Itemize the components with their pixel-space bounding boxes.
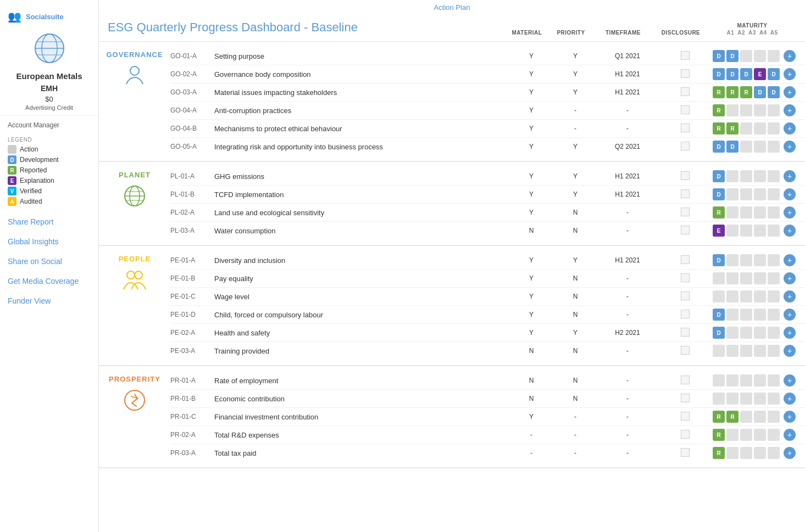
maturity-add-button[interactable]: + bbox=[784, 50, 796, 62]
disclosure-checkbox[interactable] bbox=[681, 430, 690, 439]
sidebar-item-get-media-coverage[interactable]: Get Media Coverage bbox=[0, 271, 98, 291]
maturity-badge-4 bbox=[754, 327, 766, 339]
disclosure-checkbox[interactable] bbox=[681, 292, 690, 300]
row-timeframe: H1 2021 bbox=[597, 88, 658, 96]
maturity-add-button[interactable]: + bbox=[784, 345, 796, 357]
disclosure-checkbox[interactable] bbox=[681, 171, 690, 180]
table-row: PE-03-ATraining providedNN-+ bbox=[170, 342, 805, 360]
table-row: GO-01-ASetting purposeYYQ1 2021DD+ bbox=[170, 47, 805, 65]
disclosure-checkbox[interactable] bbox=[681, 208, 690, 216]
maturity-badge-5 bbox=[768, 122, 780, 135]
maturity-add-button[interactable]: + bbox=[784, 447, 796, 459]
section-icon-people bbox=[121, 266, 148, 295]
section-label-people: PEOPLE bbox=[119, 255, 151, 263]
col-header-priority: PRIORITY bbox=[549, 30, 593, 36]
disclosure-checkbox[interactable] bbox=[681, 448, 690, 457]
maturity-badge-2 bbox=[726, 206, 739, 219]
maturity-add-button[interactable]: + bbox=[784, 429, 796, 441]
row-timeframe: - bbox=[597, 413, 658, 421]
disclosure-checkbox[interactable] bbox=[681, 328, 690, 337]
maturity-badge-1 bbox=[713, 290, 725, 303]
disclosure-checkbox[interactable] bbox=[681, 376, 690, 384]
logo-area: 👥 Socialsuite bbox=[0, 5, 98, 27]
row-maturity: D+ bbox=[713, 309, 801, 321]
row-material: N bbox=[509, 395, 553, 402]
row-label: Wage level bbox=[214, 293, 509, 301]
row-label: Mechanisms to protect ethical behaviour bbox=[214, 125, 509, 133]
disclosure-checkbox[interactable] bbox=[681, 226, 690, 234]
maturity-badge-1: R bbox=[713, 122, 725, 135]
maturity-add-button[interactable]: + bbox=[784, 104, 796, 116]
disclosure-checkbox[interactable] bbox=[681, 124, 690, 132]
maturity-add-button[interactable]: + bbox=[784, 188, 796, 200]
row-disclosure bbox=[658, 105, 713, 116]
maturity-add-button[interactable]: + bbox=[784, 225, 796, 237]
disclosure-checkbox[interactable] bbox=[681, 255, 690, 264]
disclosure-checkbox[interactable] bbox=[681, 87, 690, 96]
disclosure-checkbox[interactable] bbox=[681, 412, 690, 421]
disclosure-checkbox[interactable] bbox=[681, 105, 690, 114]
maturity-add-button[interactable]: + bbox=[784, 374, 796, 387]
row-disclosure bbox=[658, 255, 713, 266]
section-rows-planet: PL-01-AGHG emissionsYYH1 2021D+PL-01-BTC… bbox=[170, 167, 805, 239]
maturity-add-button[interactable]: + bbox=[784, 122, 796, 135]
row-timeframe: - bbox=[597, 209, 658, 216]
maturity-add-button[interactable]: + bbox=[784, 309, 796, 321]
sidebar-item-funder-view[interactable]: Funder View bbox=[0, 291, 98, 311]
maturity-add-button[interactable]: + bbox=[784, 393, 796, 405]
row-label: Governance body composition bbox=[214, 70, 509, 79]
sidebar-item-global-insights[interactable]: Global Insights bbox=[0, 232, 98, 251]
row-label: GHG emissions bbox=[214, 172, 509, 181]
disclosure-checkbox[interactable] bbox=[681, 310, 690, 318]
disclosure-checkbox[interactable] bbox=[681, 394, 690, 402]
legend: LEGEND Action D Development R Reported E… bbox=[0, 132, 98, 212]
maturity-badge-4 bbox=[754, 393, 766, 405]
row-material: Y bbox=[509, 275, 553, 282]
row-priority: - bbox=[553, 125, 597, 132]
maturity-badge-1: R bbox=[713, 86, 725, 98]
row-priority: - bbox=[553, 431, 597, 439]
row-label: Anti-corruption practices bbox=[214, 107, 509, 115]
maturity-add-button[interactable]: + bbox=[784, 254, 796, 266]
row-priority: N bbox=[553, 293, 597, 300]
disclosure-checkbox[interactable] bbox=[681, 69, 690, 78]
row-label: Material issues impacting stakeholders bbox=[214, 88, 509, 97]
legend-label-explanation: Explanation bbox=[20, 177, 54, 184]
row-code: PE-01-A bbox=[170, 256, 214, 264]
maturity-add-button[interactable]: + bbox=[784, 206, 796, 219]
maturity-add-button[interactable]: + bbox=[784, 327, 796, 339]
row-label: Diversity and inclusion bbox=[214, 256, 509, 265]
legend-item-explanation: E Explanation bbox=[8, 176, 91, 185]
row-code: GO-03-A bbox=[170, 88, 214, 96]
maturity-add-button[interactable]: + bbox=[784, 290, 796, 303]
row-maturity: D+ bbox=[713, 327, 801, 339]
row-priority: N bbox=[553, 377, 597, 384]
sidebar-item-share-on-social[interactable]: Share on Social bbox=[0, 251, 98, 271]
disclosure-checkbox[interactable] bbox=[681, 142, 690, 150]
maturity-add-button[interactable]: + bbox=[784, 170, 796, 182]
row-priority: Y bbox=[553, 329, 597, 337]
maturity-add-button[interactable]: + bbox=[784, 272, 796, 284]
maturity-add-button[interactable]: + bbox=[784, 141, 796, 153]
disclosure-checkbox[interactable] bbox=[681, 189, 690, 198]
maturity-badge-1: R bbox=[713, 104, 725, 116]
sidebar-item-share-report[interactable]: Share Report bbox=[0, 212, 98, 232]
row-timeframe: - bbox=[597, 431, 658, 439]
row-priority: - bbox=[553, 413, 597, 421]
disclosure-checkbox[interactable] bbox=[681, 51, 690, 60]
maturity-add-button[interactable]: + bbox=[784, 86, 796, 98]
row-timeframe: H2 2021 bbox=[597, 329, 658, 337]
disclosure-checkbox[interactable] bbox=[681, 346, 690, 355]
maturity-badge-4 bbox=[754, 429, 766, 441]
table-row: PL-01-BTCFD implementationYYH1 2021D+ bbox=[170, 186, 805, 204]
action-plan-link[interactable]: Action Plan bbox=[434, 3, 470, 12]
row-label: Setting purpose bbox=[214, 52, 509, 60]
maturity-badge-5 bbox=[768, 188, 780, 200]
row-timeframe: - bbox=[597, 347, 658, 355]
maturity-add-button[interactable]: + bbox=[784, 68, 796, 80]
disclosure-checkbox[interactable] bbox=[681, 273, 690, 282]
row-timeframe: H1 2021 bbox=[597, 256, 658, 264]
maturity-add-button[interactable]: + bbox=[784, 411, 796, 423]
maturity-badge-3 bbox=[740, 272, 752, 284]
row-timeframe: - bbox=[597, 107, 658, 114]
